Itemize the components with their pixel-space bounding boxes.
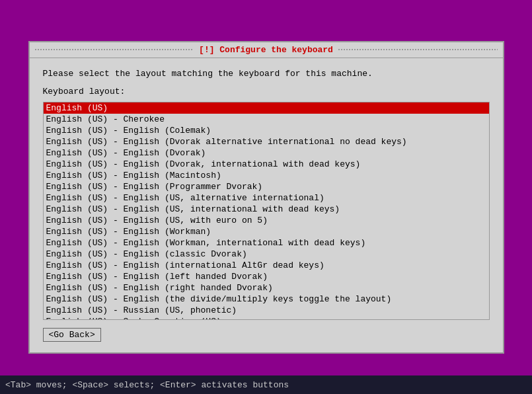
list-item[interactable]: English (US) - English (Workman) <box>44 226 489 237</box>
dialog-title: [!] Configure the keyboard <box>194 45 338 55</box>
keyboard-layout-list[interactable]: English (US)English (US) - CherokeeEngli… <box>43 102 490 320</box>
list-item[interactable]: English (US) - Serbo-Croatian (US) <box>44 316 489 320</box>
list-item[interactable]: English (US) <box>44 102 489 114</box>
status-bar: <Tab> moves; <Space> selects; <Enter> ac… <box>0 375 532 394</box>
title-bar-left-lines <box>35 49 194 50</box>
list-item[interactable]: English (US) - English (Dvorak alternati… <box>44 136 489 147</box>
list-item[interactable]: English (US) - English (Colemak) <box>44 125 489 136</box>
list-item[interactable]: English (US) - Cherokee <box>44 114 489 125</box>
description-text: Please select the layout matching the ke… <box>43 69 490 79</box>
list-item[interactable]: English (US) - English (Macintosh) <box>44 170 489 181</box>
list-item[interactable]: English (US) - English (US, with euro on… <box>44 215 489 226</box>
list-item[interactable]: English (US) - English (left handed Dvor… <box>44 271 489 282</box>
list-item[interactable]: English (US) - English (Dvorak, internat… <box>44 159 489 170</box>
main-window: [!] Configure the keyboard Please select… <box>0 0 532 394</box>
go-back-button[interactable]: <Go Back> <box>43 328 101 342</box>
list-item[interactable]: English (US) - English (Workman, interna… <box>44 237 489 249</box>
list-item[interactable]: English (US) - English (right handed Dvo… <box>44 282 489 294</box>
list-item[interactable]: English (US) - English (classic Dvorak) <box>44 249 489 260</box>
list-item[interactable]: English (US) - English (US, internationa… <box>44 204 489 215</box>
list-item[interactable]: English (US) - Russian (US, phonetic) <box>44 305 489 316</box>
list-item[interactable]: English (US) - English (Dvorak) <box>44 147 489 159</box>
status-bar-text: <Tab> moves; <Space> selects; <Enter> ac… <box>5 380 289 390</box>
title-bar-right-lines <box>338 49 498 50</box>
title-bar: [!] Configure the keyboard <box>30 42 503 58</box>
list-item[interactable]: English (US) - English (Programmer Dvora… <box>44 181 489 192</box>
dialog-content: Please select the layout matching the ke… <box>30 58 503 352</box>
dialog-box: [!] Configure the keyboard Please select… <box>28 41 504 354</box>
list-item[interactable]: English (US) - English (US, alternative … <box>44 192 489 204</box>
list-item[interactable]: English (US) - English (international Al… <box>44 260 489 271</box>
layout-label: Keyboard layout: <box>43 87 490 97</box>
list-item[interactable]: English (US) - English (the divide/multi… <box>44 294 489 305</box>
